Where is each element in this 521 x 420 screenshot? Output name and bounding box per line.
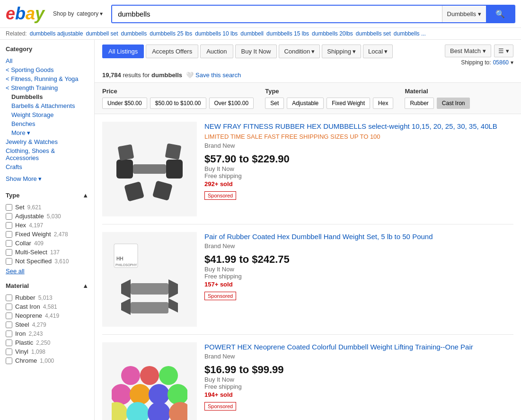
sidebar-more[interactable]: More ▾ xyxy=(11,128,88,137)
product-info-2: Pair of Rubber Coated Hex Dumbbell Hand … xyxy=(204,232,513,327)
zip-code-link[interactable]: 05860 xyxy=(493,59,509,66)
related-link[interactable]: dumbbells 15 lbs xyxy=(266,30,309,37)
related-link[interactable]: dumbbells ... xyxy=(394,30,426,37)
related-link[interactable]: dumbbells set xyxy=(356,30,391,37)
sponsored-badge-1[interactable]: Sponsored xyxy=(204,188,513,200)
filter-item-adjustable: Adjustable 5,030 xyxy=(6,212,88,221)
see-all-link[interactable]: See all xyxy=(6,268,88,275)
logo-y: y xyxy=(35,4,44,24)
tab-auction[interactable]: Auction xyxy=(200,45,233,58)
filter-count-set: 9,621 xyxy=(27,204,42,211)
category-label: category xyxy=(77,10,98,17)
save-search-link[interactable]: 🤍 Save this search xyxy=(186,71,241,79)
filter-checkbox-vinyl[interactable] xyxy=(6,349,12,355)
sidebar-item-all[interactable]: All xyxy=(6,56,88,65)
type-set[interactable]: Set xyxy=(265,98,284,109)
related-link[interactable]: dumbbells 10 lbs xyxy=(195,30,238,37)
filter-checkbox-adjustable[interactable] xyxy=(6,213,12,220)
sidebar-item-barbells[interactable]: Barbells & Attachments xyxy=(11,101,88,110)
list-view-icon: ☰ xyxy=(498,47,504,54)
local-dropdown[interactable]: Local ▾ xyxy=(363,45,393,58)
product-condition-2: Brand New xyxy=(204,242,513,250)
filter-checkbox-chrome[interactable] xyxy=(6,357,12,364)
chevron-down-icon: ▾ xyxy=(478,10,481,18)
filter-label-fixed-weight: Fixed Weight xyxy=(15,231,51,238)
sidebar-item-jewelry[interactable]: Jewelry & Watches xyxy=(6,137,88,146)
related-link[interactable]: dumbbells adjustable xyxy=(30,30,83,37)
show-more-button[interactable]: Show More ▾ xyxy=(6,173,88,184)
product-sold-2: 157+ sold xyxy=(204,281,513,288)
sidebar-item-sporting-goods[interactable]: < Sporting Goods xyxy=(6,65,88,74)
product-title-1[interactable]: NEW FRAY FITNESS RUBBER HEX DUMBBELLS se… xyxy=(204,122,497,130)
product-image-3 xyxy=(102,342,197,420)
price-under-50[interactable]: Under $50.00 xyxy=(102,98,147,109)
search-category-dropdown[interactable]: Dumbbells ▾ xyxy=(442,6,486,22)
search-input[interactable] xyxy=(112,6,442,22)
related-link[interactable]: dumbbell set xyxy=(86,30,118,37)
sponsored-badge-3[interactable]: Sponsored xyxy=(204,398,513,411)
sidebar-item-benches[interactable]: Benches xyxy=(11,119,88,128)
filter-checkbox-rubber[interactable] xyxy=(6,295,12,301)
shop-by-category[interactable]: Shop by category ▾ xyxy=(53,10,103,17)
product-buy-2: Buy It Now xyxy=(204,266,513,273)
product-condition-1: Brand New xyxy=(204,142,513,149)
filter-checkbox-collar[interactable] xyxy=(6,240,12,247)
tab-buy-it-now[interactable]: Buy It Now xyxy=(235,45,277,58)
product-title-3[interactable]: POWERT HEX Neoprene Coated Colorful Dumb… xyxy=(204,343,473,351)
price-50-100[interactable]: $50.00 to $100.00 xyxy=(150,98,206,109)
chevron-down-icon: ▾ xyxy=(38,175,42,182)
shipping-dropdown[interactable]: Shipping ▾ xyxy=(322,45,361,58)
filter-checkbox-set[interactable] xyxy=(6,204,12,211)
related-link[interactable]: dumbbells 20lbs xyxy=(312,30,353,37)
filter-checkbox-cast-iron[interactable] xyxy=(6,304,12,310)
filter-checkbox-iron[interactable] xyxy=(6,331,12,337)
filter-checkbox-neoprene[interactable] xyxy=(6,313,12,319)
filter-checkbox-multi-select[interactable] xyxy=(6,249,12,256)
filter-label-hex: Hex xyxy=(15,222,26,229)
type-filter-group: Type Set Adjustable Fixed Weight Hex xyxy=(265,88,393,109)
price-over-100[interactable]: Over $100.00 xyxy=(209,98,254,109)
price-options: Under $50.00 $50.00 to $100.00 Over $100… xyxy=(102,98,254,109)
related-link[interactable]: dumbbells xyxy=(121,30,147,37)
related-link[interactable]: dumbbells 25 lbs xyxy=(150,30,192,37)
logo-e: e xyxy=(6,4,15,24)
filter-checkbox-plastic[interactable] xyxy=(6,340,12,346)
related-link[interactable]: dumbbell xyxy=(240,30,264,37)
type-adjustable[interactable]: Adjustable xyxy=(287,98,324,109)
chevron-down-icon: ▾ xyxy=(483,47,486,54)
filter-item-fixed-weight: Fixed Weight 2,478 xyxy=(6,230,88,239)
filter-count-hex: 4,197 xyxy=(29,222,43,229)
sort-dropdown[interactable]: Best Match ▾ xyxy=(445,45,491,57)
chevron-down-icon: ▾ xyxy=(506,47,509,54)
material-filter-group: Material Rubber Cast Iron xyxy=(405,88,470,109)
material-cast-iron[interactable]: Cast Iron xyxy=(437,98,470,109)
sidebar-subcategories: Dumbbells Barbells & Attachments Weight … xyxy=(6,92,88,137)
sidebar-item-crafts[interactable]: Crafts xyxy=(6,162,88,171)
tab-all-listings[interactable]: All Listings xyxy=(102,45,144,58)
type-hex[interactable]: Hex xyxy=(373,98,393,109)
filter-checkbox-hex[interactable] xyxy=(6,222,12,229)
tab-accepts-offers[interactable]: Accepts Offers xyxy=(146,45,198,58)
filter-item-set: Set 9,621 xyxy=(6,203,88,212)
type-fixed-weight[interactable]: Fixed Weight xyxy=(327,98,370,109)
chevron-down-icon: ▾ xyxy=(384,48,388,55)
type-filter-title[interactable]: Type ▲ xyxy=(6,192,88,199)
filter-checkbox-not-specified[interactable] xyxy=(6,258,12,265)
sidebar-item-weight-storage[interactable]: Weight Storage xyxy=(11,110,88,119)
product-image-2: HH PHILOSOPHY xyxy=(102,232,197,327)
filter-checkbox-fixed-weight[interactable] xyxy=(6,231,12,238)
sidebar-item-dumbbells[interactable]: Dumbbells xyxy=(11,92,88,101)
sidebar-item-clothing[interactable]: Clothing, Shoes & Accessories xyxy=(6,146,88,162)
view-toggle[interactable]: ☰ ▾ xyxy=(494,45,513,57)
sidebar-item-fitness[interactable]: < Fitness, Running & Yoga xyxy=(6,74,88,83)
header: e b a y Shop by category ▾ Dumbbells ▾ 🔍 xyxy=(0,0,521,28)
svg-point-16 xyxy=(121,366,140,385)
sidebar-item-strength-training[interactable]: < Strength Training xyxy=(6,83,88,92)
search-button[interactable]: 🔍 xyxy=(486,6,514,22)
material-filter-title[interactable]: Material ▲ xyxy=(6,282,88,289)
sponsored-badge-2[interactable]: Sponsored xyxy=(204,288,513,300)
filter-checkbox-steel[interactable] xyxy=(6,322,12,328)
condition-dropdown[interactable]: Condition ▾ xyxy=(279,45,320,58)
product-title-2[interactable]: Pair of Rubber Coated Hex Dumbbell Hand … xyxy=(204,232,433,241)
material-rubber[interactable]: Rubber xyxy=(405,98,433,109)
